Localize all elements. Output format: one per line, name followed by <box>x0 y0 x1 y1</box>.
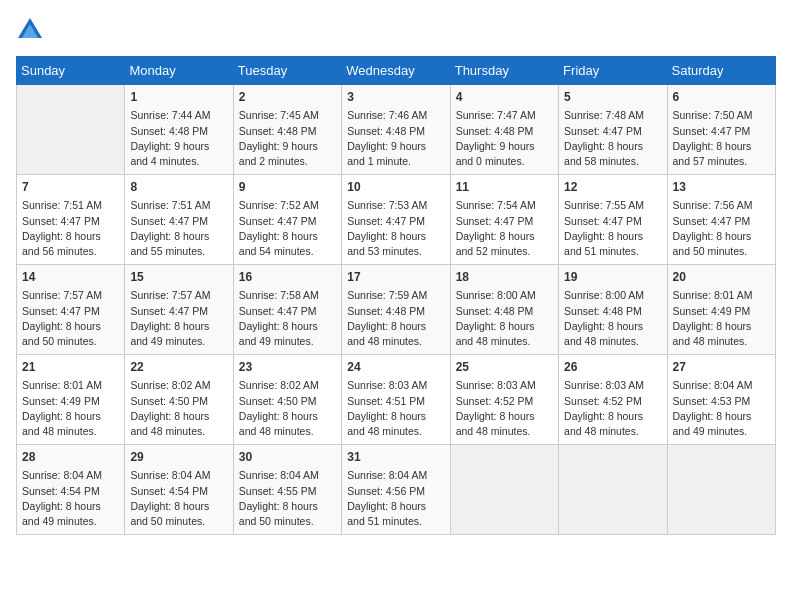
day-number: 9 <box>239 179 336 196</box>
week-row-5: 28Sunrise: 8:04 AM Sunset: 4:54 PM Dayli… <box>17 445 776 535</box>
day-info: Sunrise: 8:00 AM Sunset: 4:48 PM Dayligh… <box>456 288 553 349</box>
day-info: Sunrise: 7:51 AM Sunset: 4:47 PM Dayligh… <box>22 198 119 259</box>
logo-icon <box>16 16 44 44</box>
day-number: 18 <box>456 269 553 286</box>
header-day-thursday: Thursday <box>450 57 558 85</box>
day-number: 6 <box>673 89 770 106</box>
day-number: 7 <box>22 179 119 196</box>
calendar-cell: 31Sunrise: 8:04 AM Sunset: 4:56 PM Dayli… <box>342 445 450 535</box>
day-info: Sunrise: 8:03 AM Sunset: 4:52 PM Dayligh… <box>564 378 661 439</box>
day-number: 30 <box>239 449 336 466</box>
day-info: Sunrise: 8:01 AM Sunset: 4:49 PM Dayligh… <box>673 288 770 349</box>
day-number: 20 <box>673 269 770 286</box>
day-info: Sunrise: 8:01 AM Sunset: 4:49 PM Dayligh… <box>22 378 119 439</box>
calendar-cell: 15Sunrise: 7:57 AM Sunset: 4:47 PM Dayli… <box>125 265 233 355</box>
day-info: Sunrise: 7:51 AM Sunset: 4:47 PM Dayligh… <box>130 198 227 259</box>
header-day-friday: Friday <box>559 57 667 85</box>
day-number: 23 <box>239 359 336 376</box>
calendar-cell: 27Sunrise: 8:04 AM Sunset: 4:53 PM Dayli… <box>667 355 775 445</box>
calendar-cell <box>667 445 775 535</box>
page-header <box>16 16 776 44</box>
day-number: 31 <box>347 449 444 466</box>
calendar-cell: 8Sunrise: 7:51 AM Sunset: 4:47 PM Daylig… <box>125 175 233 265</box>
day-info: Sunrise: 8:04 AM Sunset: 4:56 PM Dayligh… <box>347 468 444 529</box>
day-number: 3 <box>347 89 444 106</box>
day-number: 21 <box>22 359 119 376</box>
day-info: Sunrise: 7:46 AM Sunset: 4:48 PM Dayligh… <box>347 108 444 169</box>
calendar-body: 1Sunrise: 7:44 AM Sunset: 4:48 PM Daylig… <box>17 85 776 535</box>
calendar-cell: 14Sunrise: 7:57 AM Sunset: 4:47 PM Dayli… <box>17 265 125 355</box>
calendar-cell: 7Sunrise: 7:51 AM Sunset: 4:47 PM Daylig… <box>17 175 125 265</box>
day-info: Sunrise: 7:53 AM Sunset: 4:47 PM Dayligh… <box>347 198 444 259</box>
calendar-cell: 1Sunrise: 7:44 AM Sunset: 4:48 PM Daylig… <box>125 85 233 175</box>
header-day-tuesday: Tuesday <box>233 57 341 85</box>
calendar-table: SundayMondayTuesdayWednesdayThursdayFrid… <box>16 56 776 535</box>
day-number: 12 <box>564 179 661 196</box>
day-info: Sunrise: 7:47 AM Sunset: 4:48 PM Dayligh… <box>456 108 553 169</box>
calendar-cell: 4Sunrise: 7:47 AM Sunset: 4:48 PM Daylig… <box>450 85 558 175</box>
calendar-cell: 11Sunrise: 7:54 AM Sunset: 4:47 PM Dayli… <box>450 175 558 265</box>
day-number: 11 <box>456 179 553 196</box>
day-info: Sunrise: 8:04 AM Sunset: 4:54 PM Dayligh… <box>22 468 119 529</box>
calendar-cell: 26Sunrise: 8:03 AM Sunset: 4:52 PM Dayli… <box>559 355 667 445</box>
day-info: Sunrise: 8:04 AM Sunset: 4:54 PM Dayligh… <box>130 468 227 529</box>
header-day-monday: Monday <box>125 57 233 85</box>
day-number: 5 <box>564 89 661 106</box>
day-info: Sunrise: 8:00 AM Sunset: 4:48 PM Dayligh… <box>564 288 661 349</box>
day-info: Sunrise: 7:48 AM Sunset: 4:47 PM Dayligh… <box>564 108 661 169</box>
calendar-cell: 13Sunrise: 7:56 AM Sunset: 4:47 PM Dayli… <box>667 175 775 265</box>
calendar-cell: 28Sunrise: 8:04 AM Sunset: 4:54 PM Dayli… <box>17 445 125 535</box>
day-info: Sunrise: 7:56 AM Sunset: 4:47 PM Dayligh… <box>673 198 770 259</box>
calendar-cell: 5Sunrise: 7:48 AM Sunset: 4:47 PM Daylig… <box>559 85 667 175</box>
calendar-cell: 24Sunrise: 8:03 AM Sunset: 4:51 PM Dayli… <box>342 355 450 445</box>
day-number: 2 <box>239 89 336 106</box>
day-number: 26 <box>564 359 661 376</box>
day-number: 29 <box>130 449 227 466</box>
calendar-cell <box>559 445 667 535</box>
calendar-cell: 19Sunrise: 8:00 AM Sunset: 4:48 PM Dayli… <box>559 265 667 355</box>
day-number: 4 <box>456 89 553 106</box>
day-info: Sunrise: 7:58 AM Sunset: 4:47 PM Dayligh… <box>239 288 336 349</box>
day-number: 17 <box>347 269 444 286</box>
day-info: Sunrise: 8:03 AM Sunset: 4:52 PM Dayligh… <box>456 378 553 439</box>
week-row-1: 1Sunrise: 7:44 AM Sunset: 4:48 PM Daylig… <box>17 85 776 175</box>
day-number: 15 <box>130 269 227 286</box>
day-info: Sunrise: 8:02 AM Sunset: 4:50 PM Dayligh… <box>239 378 336 439</box>
calendar-cell: 23Sunrise: 8:02 AM Sunset: 4:50 PM Dayli… <box>233 355 341 445</box>
calendar-cell: 2Sunrise: 7:45 AM Sunset: 4:48 PM Daylig… <box>233 85 341 175</box>
day-number: 25 <box>456 359 553 376</box>
calendar-cell: 10Sunrise: 7:53 AM Sunset: 4:47 PM Dayli… <box>342 175 450 265</box>
day-info: Sunrise: 8:04 AM Sunset: 4:55 PM Dayligh… <box>239 468 336 529</box>
calendar-cell: 12Sunrise: 7:55 AM Sunset: 4:47 PM Dayli… <box>559 175 667 265</box>
day-info: Sunrise: 7:55 AM Sunset: 4:47 PM Dayligh… <box>564 198 661 259</box>
calendar-cell: 22Sunrise: 8:02 AM Sunset: 4:50 PM Dayli… <box>125 355 233 445</box>
day-number: 16 <box>239 269 336 286</box>
calendar-cell: 16Sunrise: 7:58 AM Sunset: 4:47 PM Dayli… <box>233 265 341 355</box>
calendar-cell: 25Sunrise: 8:03 AM Sunset: 4:52 PM Dayli… <box>450 355 558 445</box>
day-info: Sunrise: 7:57 AM Sunset: 4:47 PM Dayligh… <box>130 288 227 349</box>
calendar-cell <box>17 85 125 175</box>
calendar-cell: 21Sunrise: 8:01 AM Sunset: 4:49 PM Dayli… <box>17 355 125 445</box>
header-day-wednesday: Wednesday <box>342 57 450 85</box>
day-info: Sunrise: 7:50 AM Sunset: 4:47 PM Dayligh… <box>673 108 770 169</box>
calendar-cell: 18Sunrise: 8:00 AM Sunset: 4:48 PM Dayli… <box>450 265 558 355</box>
week-row-2: 7Sunrise: 7:51 AM Sunset: 4:47 PM Daylig… <box>17 175 776 265</box>
calendar-cell <box>450 445 558 535</box>
day-info: Sunrise: 8:03 AM Sunset: 4:51 PM Dayligh… <box>347 378 444 439</box>
day-number: 1 <box>130 89 227 106</box>
day-info: Sunrise: 7:45 AM Sunset: 4:48 PM Dayligh… <box>239 108 336 169</box>
header-row: SundayMondayTuesdayWednesdayThursdayFrid… <box>17 57 776 85</box>
day-info: Sunrise: 7:59 AM Sunset: 4:48 PM Dayligh… <box>347 288 444 349</box>
calendar-cell: 17Sunrise: 7:59 AM Sunset: 4:48 PM Dayli… <box>342 265 450 355</box>
day-info: Sunrise: 7:54 AM Sunset: 4:47 PM Dayligh… <box>456 198 553 259</box>
week-row-4: 21Sunrise: 8:01 AM Sunset: 4:49 PM Dayli… <box>17 355 776 445</box>
day-number: 14 <box>22 269 119 286</box>
day-info: Sunrise: 8:04 AM Sunset: 4:53 PM Dayligh… <box>673 378 770 439</box>
calendar-cell: 30Sunrise: 8:04 AM Sunset: 4:55 PM Dayli… <box>233 445 341 535</box>
calendar-cell: 3Sunrise: 7:46 AM Sunset: 4:48 PM Daylig… <box>342 85 450 175</box>
header-day-saturday: Saturday <box>667 57 775 85</box>
header-day-sunday: Sunday <box>17 57 125 85</box>
day-number: 10 <box>347 179 444 196</box>
calendar-cell: 9Sunrise: 7:52 AM Sunset: 4:47 PM Daylig… <box>233 175 341 265</box>
calendar-header: SundayMondayTuesdayWednesdayThursdayFrid… <box>17 57 776 85</box>
